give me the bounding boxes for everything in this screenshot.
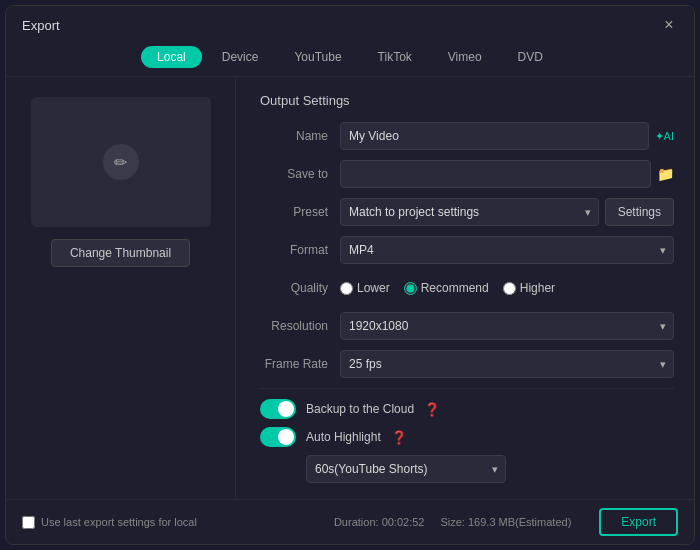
auto-highlight-toggle[interactable] [260, 427, 296, 447]
frame-rate-row: Frame Rate 25 fps 30 fps 60 fps 24 fps [260, 350, 674, 378]
name-control: ✦AI [340, 122, 674, 150]
format-row: Format MP4 MOV AVI MKV [260, 236, 674, 264]
save-to-control: 📁 [340, 160, 674, 188]
ai-icon[interactable]: ✦AI [655, 130, 674, 143]
dialog-title: Export [22, 18, 60, 33]
auto-highlight-label: Auto Highlight [306, 430, 381, 444]
save-to-row: Save to 📁 [260, 160, 674, 188]
auto-highlight-row: Auto Highlight ❓ [260, 427, 674, 447]
name-row: Name ✦AI [260, 122, 674, 150]
resolution-select-wrap: 1920x1080 1280x720 3840x2160 [340, 312, 674, 340]
auto-highlight-duration-wrap: 60s(YouTube Shorts) 30s 15s [306, 455, 674, 483]
right-panel: Output Settings Name ✦AI Save to 📁 Pre [236, 77, 694, 499]
preset-control: Match to project settings Custom Setting… [340, 198, 674, 226]
format-select[interactable]: MP4 MOV AVI MKV [340, 236, 674, 264]
dialog-body: ✏ Change Thumbnail Output Settings Name … [6, 77, 694, 499]
size-label: Size: [440, 516, 464, 528]
left-panel: ✏ Change Thumbnail [6, 77, 236, 499]
resolution-label: Resolution [260, 319, 340, 333]
divider [260, 388, 674, 389]
frame-rate-control: 25 fps 30 fps 60 fps 24 fps [340, 350, 674, 378]
quality-control: Lower Recommend Higher [340, 281, 674, 295]
format-label: Format [260, 243, 340, 257]
title-bar: Export × [6, 6, 694, 40]
preset-label: Preset [260, 205, 340, 219]
tab-vimeo[interactable]: Vimeo [432, 46, 498, 68]
last-export-settings-checkbox[interactable]: Use last export settings for local [22, 516, 197, 529]
preset-select-wrap: Match to project settings Custom [340, 198, 599, 226]
name-input[interactable] [340, 122, 649, 150]
quality-lower[interactable]: Lower [340, 281, 390, 295]
quality-recommend[interactable]: Recommend [404, 281, 489, 295]
backup-cloud-row: Backup to the Cloud ❓ [260, 399, 674, 419]
tab-tiktok[interactable]: TikTok [362, 46, 428, 68]
format-select-wrap: MP4 MOV AVI MKV [340, 236, 674, 264]
tabs-row: Local Device YouTube TikTok Vimeo DVD [6, 40, 694, 77]
preset-select[interactable]: Match to project settings Custom [340, 198, 599, 226]
last-export-checkbox-input[interactable] [22, 516, 35, 529]
format-control: MP4 MOV AVI MKV [340, 236, 674, 264]
backup-cloud-label: Backup to the Cloud [306, 402, 414, 416]
change-thumbnail-button[interactable]: Change Thumbnail [51, 239, 190, 267]
quality-higher-label: Higher [520, 281, 555, 295]
folder-icon[interactable]: 📁 [657, 166, 674, 182]
duration-label: Duration: [334, 516, 379, 528]
tab-device[interactable]: Device [206, 46, 275, 68]
quality-row: Quality Lower Recommend High [260, 274, 674, 302]
quality-label: Quality [260, 281, 340, 295]
tab-youtube[interactable]: YouTube [278, 46, 357, 68]
quality-recommend-label: Recommend [421, 281, 489, 295]
quality-lower-label: Lower [357, 281, 390, 295]
auto-highlight-help-icon[interactable]: ❓ [391, 430, 407, 445]
resolution-select[interactable]: 1920x1080 1280x720 3840x2160 [340, 312, 674, 340]
auto-highlight-select-wrap: 60s(YouTube Shorts) 30s 15s [306, 455, 506, 483]
size-value: 169.3 MB(Estimated) [468, 516, 571, 528]
quality-options: Lower Recommend Higher [340, 281, 555, 295]
export-button[interactable]: Export [599, 508, 678, 536]
backup-cloud-help-icon[interactable]: ❓ [424, 402, 440, 417]
frame-rate-label: Frame Rate [260, 357, 340, 371]
duration-info: Duration: 00:02:52 [334, 516, 425, 528]
quality-higher-radio[interactable] [503, 282, 516, 295]
auto-highlight-select[interactable]: 60s(YouTube Shorts) 30s 15s [306, 455, 506, 483]
pencil-icon: ✏ [103, 144, 139, 180]
resolution-control: 1920x1080 1280x720 3840x2160 [340, 312, 674, 340]
frame-rate-select-wrap: 25 fps 30 fps 60 fps 24 fps [340, 350, 674, 378]
preset-row: Preset Match to project settings Custom … [260, 198, 674, 226]
close-button[interactable]: × [660, 16, 678, 34]
frame-rate-select[interactable]: 25 fps 30 fps 60 fps 24 fps [340, 350, 674, 378]
save-to-input[interactable] [340, 160, 651, 188]
backup-cloud-toggle[interactable] [260, 399, 296, 419]
output-settings-title: Output Settings [260, 93, 674, 108]
quality-higher[interactable]: Higher [503, 281, 555, 295]
resolution-row: Resolution 1920x1080 1280x720 3840x2160 [260, 312, 674, 340]
tab-local[interactable]: Local [141, 46, 202, 68]
name-label: Name [260, 129, 340, 143]
last-export-settings-label: Use last export settings for local [41, 516, 197, 528]
quality-lower-radio[interactable] [340, 282, 353, 295]
save-to-label: Save to [260, 167, 340, 181]
footer-info: Duration: 00:02:52 Size: 169.3 MB(Estima… [334, 508, 678, 536]
export-dialog: Export × Local Device YouTube TikTok Vim… [5, 5, 695, 545]
footer: Use last export settings for local Durat… [6, 499, 694, 544]
quality-recommend-radio[interactable] [404, 282, 417, 295]
duration-value: 00:02:52 [382, 516, 425, 528]
tab-dvd[interactable]: DVD [502, 46, 559, 68]
size-info: Size: 169.3 MB(Estimated) [440, 516, 571, 528]
thumbnail-preview: ✏ [31, 97, 211, 227]
settings-button[interactable]: Settings [605, 198, 674, 226]
